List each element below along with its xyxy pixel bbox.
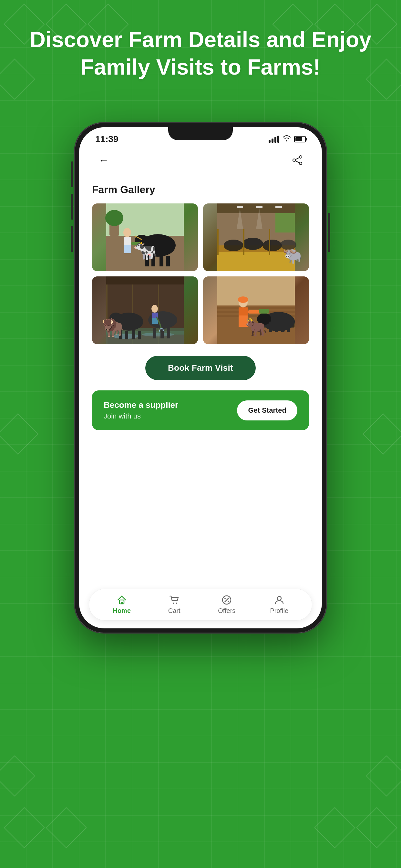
page-header-title: Discover Farm Details and Enjoy Family V…	[0, 26, 401, 81]
svg-point-58	[151, 305, 158, 313]
farm-image-3-svg	[92, 276, 198, 344]
gallery-image-4[interactable]	[203, 276, 309, 344]
battery-fill	[296, 137, 302, 141]
svg-point-1	[293, 159, 296, 161]
svg-point-0	[299, 156, 302, 158]
svg-rect-72	[275, 322, 278, 332]
home-icon	[117, 595, 127, 605]
phone-bezel: 11:39	[74, 123, 327, 633]
bottom-tab-bar: Home Cart	[89, 589, 312, 621]
svg-rect-14	[151, 256, 155, 267]
svg-rect-37	[269, 229, 270, 255]
svg-rect-13	[145, 255, 149, 267]
svg-rect-20	[131, 242, 141, 245]
deco-shape	[356, 807, 397, 848]
phone-frame: 11:39	[74, 123, 327, 633]
scroll-content[interactable]: Farm Gallery	[79, 174, 322, 628]
deco-shape	[363, 413, 401, 454]
tab-home-label: Home	[113, 607, 131, 615]
svg-rect-73	[281, 321, 284, 332]
svg-rect-41	[106, 284, 107, 344]
tab-offers[interactable]: Offers	[211, 595, 243, 615]
tab-profile-label: Profile	[270, 607, 288, 615]
svg-rect-71	[269, 321, 272, 332]
share-button[interactable]	[289, 152, 306, 168]
svg-rect-29	[217, 249, 295, 271]
status-time: 11:39	[95, 134, 119, 144]
deco-shape	[0, 755, 35, 796]
battery-icon	[294, 136, 306, 143]
svg-rect-80	[259, 309, 269, 314]
svg-rect-40	[106, 276, 184, 284]
share-icon	[291, 154, 303, 166]
deco-shape	[45, 807, 87, 848]
signal-icon	[269, 135, 279, 143]
deco-shape	[314, 807, 355, 848]
svg-rect-16	[166, 256, 170, 267]
signal-bar-4	[277, 135, 279, 143]
navigation-bar: ←	[79, 147, 322, 174]
deco-shape	[4, 807, 44, 848]
svg-point-87	[224, 598, 226, 599]
svg-point-31	[224, 240, 243, 251]
svg-point-83	[173, 602, 174, 604]
gallery-image-3[interactable]	[92, 276, 198, 344]
svg-rect-23	[217, 204, 295, 213]
svg-rect-24	[237, 206, 243, 208]
svg-point-33	[263, 240, 282, 251]
back-button[interactable]: ←	[95, 152, 112, 168]
gallery-image-2[interactable]	[203, 204, 309, 271]
supplier-banner: Become a supplier Join with us Get Start…	[92, 391, 309, 430]
tab-profile[interactable]: Profile	[263, 595, 296, 615]
tab-home[interactable]: Home	[105, 595, 138, 615]
svg-rect-38	[275, 213, 295, 232]
wifi-icon	[282, 135, 291, 144]
offers-icon	[221, 595, 232, 605]
book-farm-visit-button[interactable]: Book Farm Visit	[145, 356, 256, 380]
tab-offers-label: Offers	[218, 607, 235, 615]
svg-rect-79	[248, 310, 260, 314]
farm-image-4-svg	[203, 276, 309, 344]
svg-rect-74	[287, 322, 290, 332]
back-arrow-icon: ←	[98, 154, 109, 166]
svg-rect-53	[138, 331, 141, 339]
svg-point-34	[280, 240, 297, 250]
svg-rect-50	[119, 330, 122, 339]
svg-point-89	[277, 596, 281, 600]
svg-point-17	[123, 228, 131, 237]
svg-rect-57	[167, 328, 170, 338]
cart-icon	[169, 595, 180, 605]
status-icons	[269, 135, 306, 144]
supplier-title: Become a supplier	[104, 400, 178, 410]
svg-line-3	[296, 158, 299, 159]
gallery-title: Farm Gallery	[92, 184, 309, 196]
phone-screen: 11:39	[79, 127, 322, 628]
content-area: ← Farm Gallery	[79, 147, 322, 628]
svg-rect-51	[125, 331, 128, 339]
get-started-button[interactable]: Get Started	[237, 400, 297, 421]
svg-rect-64	[217, 307, 295, 309]
farm-gallery-grid	[92, 204, 309, 344]
farm-image-1-svg	[92, 204, 198, 271]
svg-rect-25	[256, 206, 263, 208]
svg-rect-26	[275, 206, 282, 208]
svg-rect-35	[217, 229, 219, 255]
signal-bar-3	[274, 137, 276, 143]
svg-rect-11	[143, 249, 173, 251]
svg-rect-82	[121, 602, 123, 604]
deco-shape	[366, 755, 401, 796]
book-farm-visit-container: Book Farm Visit	[92, 356, 309, 380]
deco-shape	[0, 413, 38, 454]
svg-rect-52	[132, 330, 135, 339]
gallery-image-1[interactable]	[92, 204, 198, 271]
svg-rect-15	[159, 255, 163, 267]
signal-bar-1	[269, 140, 271, 143]
tab-cart-label: Cart	[168, 607, 181, 615]
svg-rect-19	[124, 237, 131, 245]
svg-point-49	[110, 313, 122, 323]
phone-notch	[168, 127, 233, 140]
profile-icon	[274, 595, 284, 605]
supplier-subtitle: Join with us	[104, 412, 178, 421]
svg-point-78	[238, 297, 248, 303]
tab-cart[interactable]: Cart	[158, 595, 190, 615]
